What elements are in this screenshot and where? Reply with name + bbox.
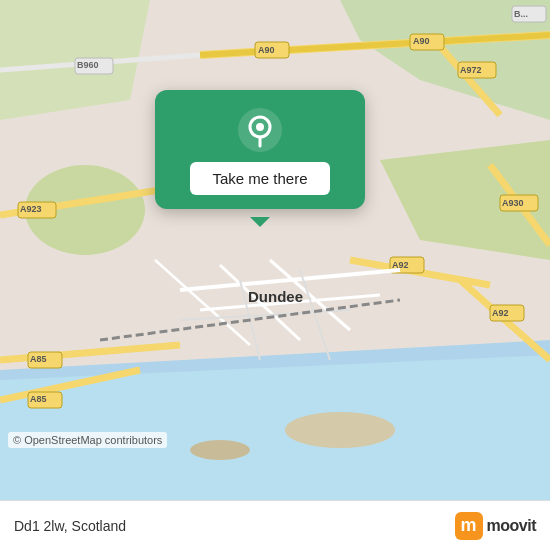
svg-point-3 xyxy=(285,412,395,448)
svg-point-4 xyxy=(190,440,250,460)
svg-text:A90: A90 xyxy=(413,36,430,46)
svg-text:A930: A930 xyxy=(502,198,524,208)
moovit-logo-icon: m xyxy=(455,512,483,540)
svg-text:A92: A92 xyxy=(392,260,409,270)
address-text: Dd1 2lw, Scotland xyxy=(14,518,126,534)
take-me-there-button[interactable]: Take me there xyxy=(190,162,329,195)
svg-marker-2 xyxy=(0,355,550,500)
svg-text:B960: B960 xyxy=(77,60,99,70)
svg-text:A972: A972 xyxy=(460,65,482,75)
svg-text:A923: A923 xyxy=(20,204,42,214)
moovit-logo: m moovit xyxy=(455,512,536,540)
map-background: Dundee A90 A972 A930 A923 A92 A92 A85 A8… xyxy=(0,0,550,500)
moovit-logo-text: moovit xyxy=(487,517,536,535)
svg-point-54 xyxy=(256,123,264,131)
svg-text:A92: A92 xyxy=(492,308,509,318)
map-container: Dundee A90 A972 A930 A923 A92 A92 A85 A8… xyxy=(0,0,550,500)
osm-credit: © OpenStreetMap contributors xyxy=(8,432,167,448)
svg-text:A85: A85 xyxy=(30,354,47,364)
svg-text:B...: B... xyxy=(514,9,528,19)
svg-text:A85: A85 xyxy=(30,394,47,404)
bottom-bar: Dd1 2lw, Scotland m moovit xyxy=(0,500,550,550)
svg-text:A90: A90 xyxy=(258,45,275,55)
svg-text:Dundee: Dundee xyxy=(248,288,303,305)
location-pin-icon xyxy=(238,108,282,152)
popup-card: Take me there xyxy=(155,90,365,209)
